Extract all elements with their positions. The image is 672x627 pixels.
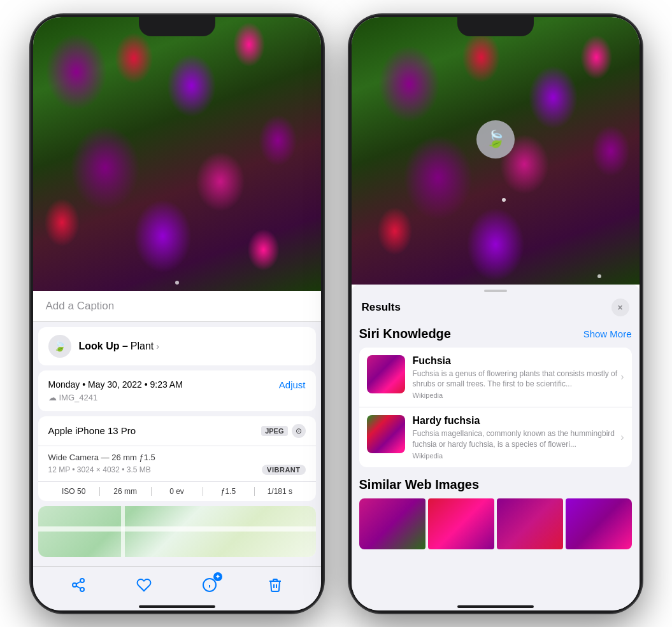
exif-mm: 26 mm [99, 487, 150, 496]
results-title: Results [362, 301, 401, 314]
similar-header: Similar Web Images [359, 477, 632, 492]
fuchsia-info: Fuchsia Fuchsia is a genus of flowering … [413, 355, 624, 400]
phone-2: 🍃 Results × Siri Knowledge Show More [349, 15, 642, 613]
format-badge: JPEG [261, 426, 287, 436]
fuchsia-thumb-img [367, 355, 405, 393]
flower-photo [33, 17, 321, 291]
device-badges: JPEG ⊙ [261, 424, 305, 438]
camera-spec: Wide Camera — 26 mm ƒ1.5 [48, 453, 306, 462]
phone2-screen: 🍃 Results × Siri Knowledge Show More [352, 17, 640, 610]
meta-section: Monday • May 30, 2022 • 9:23 AM Adjust ☁… [38, 370, 316, 411]
siri-knowledge-header: Siri Knowledge Show More [359, 327, 632, 341]
device-section: Apple iPhone 13 Pro JPEG ⊙ Wide Camera —… [38, 416, 316, 501]
map-section[interactable] [38, 506, 316, 557]
fuchsia-chevron-icon: › [620, 371, 624, 383]
siri-visual-button[interactable]: 🍃 [476, 120, 515, 159]
phone1-screen: Add a Caption 🍃 Look Up – Plant › Monday… [33, 17, 321, 610]
photo-pagination-dot [175, 281, 179, 285]
share-button[interactable] [67, 574, 90, 596]
exif-aperture: ƒ1.5 [203, 487, 254, 496]
lookup-light-text: Plant [131, 341, 154, 352]
filename-row: ☁ IMG_4241 [48, 393, 306, 402]
hardy-source: Wikipedia [413, 452, 624, 460]
heart-icon [136, 577, 152, 593]
fuchsia-name: Fuchsia [413, 355, 624, 367]
similar-images-grid [359, 498, 632, 549]
camera-details-text: 12 MP • 3024 × 4032 • 3.5 MB [48, 465, 151, 474]
similar-image-1[interactable] [359, 498, 425, 549]
similar-image-4[interactable] [566, 498, 632, 549]
photo-display-2[interactable]: 🍃 [352, 17, 640, 285]
adjust-button[interactable]: Adjust [279, 379, 306, 390]
hardy-chevron-icon: › [620, 432, 624, 443]
photo-toolbar: ✦ [33, 566, 321, 610]
home-indicator [139, 605, 215, 608]
exif-iso: ISO 50 [48, 487, 99, 496]
settings-icon: ⊙ [292, 424, 306, 438]
fuchsia-desc: Fuchsia is a genus of flowering plants t… [413, 369, 624, 390]
hardy-thumb-img [367, 415, 405, 453]
fuchsia-source: Wikipedia [413, 391, 624, 399]
knowledge-card-1[interactable]: Fuchsia Fuchsia is a genus of flowering … [359, 348, 632, 407]
results-content: Siri Knowledge Show More Fuchsia Fuchsia… [352, 323, 640, 610]
home-indicator-2 [457, 605, 534, 608]
info-button[interactable]: ✦ [198, 574, 221, 596]
map-road-h [38, 526, 316, 532]
leaf-siri-icon: 🍃 [485, 129, 506, 149]
camera-row: Wide Camera — 26 mm ƒ1.5 12 MP • 3024 × … [38, 446, 316, 482]
trash-icon [268, 577, 283, 593]
cloud-icon: ☁ [48, 393, 57, 402]
caption-section: Add a Caption [33, 291, 321, 322]
phone-1: Add a Caption 🍃 Look Up – Plant › Monday… [31, 15, 324, 613]
map-background [38, 506, 316, 557]
exif-row: ISO 50 26 mm 0 ev ƒ1.5 1/181 s [38, 482, 316, 501]
knowledge-cards: Fuchsia Fuchsia is a genus of flowering … [359, 348, 632, 467]
exif-shutter: 1/181 s [254, 487, 305, 496]
lookup-label: Look Up – Plant › [79, 341, 159, 352]
meta-row-date: Monday • May 30, 2022 • 9:23 AM Adjust [48, 379, 306, 390]
photo-display[interactable] [33, 17, 321, 291]
siri-dot [502, 198, 506, 202]
info-badge-icon: ✦ [215, 574, 220, 580]
hardy-name: Hardy fuchsia [413, 415, 624, 426]
lookup-chevron-icon: › [156, 341, 159, 351]
info-spacer [33, 557, 321, 566]
lookup-row[interactable]: 🍃 Look Up – Plant › [38, 327, 316, 365]
results-panel: Results × Siri Knowledge Show More Fuch [352, 285, 640, 610]
similar-image-3[interactable] [497, 498, 563, 549]
delete-button[interactable] [264, 574, 287, 596]
exif-ev: 0 ev [151, 487, 202, 496]
info-area: Add a Caption 🍃 Look Up – Plant › Monday… [33, 291, 321, 566]
knowledge-card-2[interactable]: Hardy fuchsia Fuchsia magellanica, commo… [359, 407, 632, 467]
leaf-icon: 🍃 [54, 340, 66, 352]
results-header: Results × [352, 292, 640, 323]
map-road-v [121, 506, 125, 557]
device-row: Apple iPhone 13 Pro JPEG ⊙ [38, 416, 316, 446]
hardy-info: Hardy fuchsia Fuchsia magellanica, commo… [413, 415, 624, 460]
lookup-icon: 🍃 [48, 335, 71, 358]
caption-placeholder[interactable]: Add a Caption [46, 300, 115, 312]
lookup-bold-text: Look Up – [79, 341, 128, 352]
photo-date: Monday • May 30, 2022 • 9:23 AM [48, 379, 183, 390]
fuchsia-thumbnail [367, 355, 405, 393]
camera-details: 12 MP • 3024 × 4032 • 3.5 MB VIBRANT [48, 465, 306, 475]
show-more-button[interactable]: Show More [583, 328, 632, 339]
hardy-desc: Fuchsia magellanica, commonly known as t… [413, 428, 624, 450]
favorite-button[interactable] [132, 574, 155, 596]
info-badge: ✦ [213, 572, 222, 581]
similar-image-2[interactable] [428, 498, 494, 549]
hardy-thumbnail [367, 415, 405, 453]
filename-text: IMG_4241 [59, 393, 98, 402]
close-button[interactable]: × [611, 299, 629, 316]
device-name: Apple iPhone 13 Pro [48, 425, 136, 436]
photo-dot-2 [597, 274, 601, 278]
share-icon [71, 577, 86, 593]
vibrant-badge: VIBRANT [262, 465, 305, 475]
siri-knowledge-title: Siri Knowledge [359, 327, 451, 341]
